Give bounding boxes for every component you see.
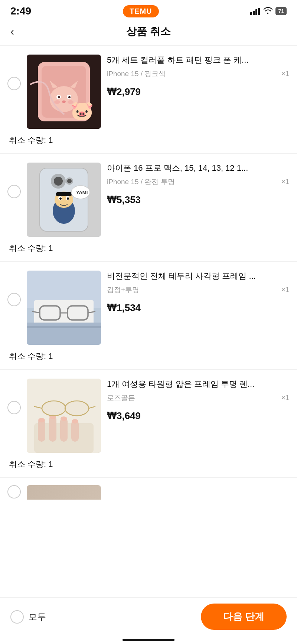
product-2-checkbox[interactable]	[7, 185, 21, 198]
product-5-radio-wrap	[7, 485, 21, 498]
home-indicator	[123, 639, 174, 641]
svg-point-48	[42, 401, 66, 416]
bottom-bar: 모두 다음 단계	[0, 597, 297, 644]
svg-point-23	[59, 197, 62, 200]
battery-icon: 71	[275, 7, 287, 15]
back-button[interactable]: ‹	[10, 24, 18, 39]
product-3-image	[27, 271, 101, 345]
status-time: 2:49	[10, 5, 31, 17]
signal-icon	[250, 7, 260, 15]
select-all-wrap: 모두	[10, 610, 46, 624]
svg-point-44	[38, 418, 45, 422]
product-1-price: ₩2,979	[107, 86, 290, 98]
product-3-cancel-qty: 취소 수량: 1	[7, 351, 290, 362]
svg-point-18	[67, 179, 72, 183]
product-1-cancel-qty: 취소 수량: 1	[7, 135, 290, 146]
product-item-3: 비전문적인 전체 테두리 사각형 프레임 ... 검정+투명 ×1 ₩1,534…	[0, 261, 297, 369]
svg-point-49	[65, 401, 89, 416]
svg-point-7	[68, 96, 71, 98]
status-icons: 71	[250, 7, 287, 16]
product-item-1: 5개 세트 컬러풀 하트 패턴 핑크 폰 케... iPhone 15 / 핑크…	[0, 45, 297, 153]
svg-rect-41	[49, 416, 56, 442]
product-list: 5개 세트 컬러풀 하트 패턴 핑크 폰 케... iPhone 15 / 핑크…	[0, 45, 297, 544]
product-4-image	[27, 379, 101, 453]
product-5-image-partial	[27, 485, 101, 500]
svg-point-24	[67, 197, 69, 200]
product-4-info: 1개 여성용 타원형 얇은 프레임 투명 렌... 로즈골든 ×1 ₩3,649	[107, 379, 290, 422]
product-4-variant: 로즈골든	[107, 393, 135, 403]
svg-rect-36	[27, 323, 101, 345]
svg-point-6	[58, 96, 60, 98]
next-step-button[interactable]: 다음 단계	[201, 604, 287, 630]
svg-point-3	[50, 86, 78, 112]
svg-rect-42	[60, 418, 68, 442]
product-1-image	[27, 55, 101, 129]
product-2-cancel-qty: 취소 수량: 1	[7, 243, 290, 254]
product-2-variant: iPhone 15 / 완전 투명	[107, 177, 175, 187]
page-title: 상품 취소	[126, 24, 171, 39]
product-1-name: 5개 세트 컬러풀 하트 패턴 핑크 폰 케...	[107, 55, 290, 66]
product-3-checkbox[interactable]	[7, 293, 21, 306]
svg-point-12	[68, 100, 74, 104]
header: ‹ 상품 취소	[0, 21, 297, 45]
product-1-info: 5개 세트 컬러풀 하트 패턴 핑크 폰 케... iPhone 15 / 핑크…	[107, 55, 290, 98]
product-4-price: ₩3,649	[107, 410, 290, 422]
product-4-name: 1개 여성용 타원형 얇은 프레임 투명 렌...	[107, 379, 290, 390]
product-2-price: ₩5,353	[107, 194, 290, 206]
svg-rect-37	[27, 326, 101, 328]
product-3-qty: ×1	[281, 285, 290, 294]
product-1-qty: ×1	[281, 69, 290, 78]
product-2-name: 아이폰 16 프로 맥스, 15, 14, 13, 12 1...	[107, 163, 290, 174]
product-2-qty: ×1	[281, 177, 290, 186]
svg-rect-40	[38, 419, 45, 442]
wifi-icon	[263, 7, 272, 16]
product-item-2: YAMI 아이폰 16 프로 맥스, 15, 14, 13, 12 1... i…	[0, 153, 297, 261]
product-4-radio-wrap	[7, 379, 21, 414]
product-3-variant: 검정+투명	[107, 285, 139, 295]
status-bar: 2:49 TEMU 71	[0, 0, 297, 21]
product-item-partial	[0, 477, 297, 500]
product-3-name: 비전문적인 전체 테두리 사각형 프레임 ...	[107, 271, 290, 282]
svg-point-8	[62, 101, 66, 103]
product-2-radio-wrap	[7, 163, 21, 198]
battery-level: 71	[278, 8, 284, 14]
product-3-price: ₩1,534	[107, 302, 290, 314]
temu-logo: TEMU	[123, 5, 159, 17]
product-4-qty: ×1	[281, 393, 290, 402]
svg-point-47	[72, 419, 78, 424]
product-2-info: 아이폰 16 프로 맥스, 15, 14, 13, 12 1... iPhone…	[107, 163, 290, 206]
product-item-4: 1개 여성용 타원형 얇은 프레임 투명 렌... 로즈골든 ×1 ₩3,649…	[0, 369, 297, 477]
product-2-image: YAMI	[27, 163, 101, 237]
svg-text:YAMI: YAMI	[76, 190, 88, 195]
svg-rect-25	[56, 192, 72, 196]
select-all-label: 모두	[28, 611, 46, 623]
product-3-info: 비전문적인 전체 테두리 사각형 프레임 ... 검정+투명 ×1 ₩1,534	[107, 271, 290, 314]
svg-point-11	[54, 100, 60, 104]
product-1-radio-wrap	[7, 55, 21, 90]
product-1-checkbox[interactable]	[7, 77, 21, 90]
select-all-checkbox[interactable]	[10, 610, 24, 624]
product-1-variant: iPhone 15 / 핑크색	[107, 69, 166, 79]
product-4-cancel-qty: 취소 수량: 1	[7, 459, 290, 470]
product-4-checkbox[interactable]	[7, 401, 21, 414]
product-3-radio-wrap	[7, 271, 21, 306]
svg-point-46	[61, 416, 67, 421]
product-5-checkbox[interactable]	[7, 485, 21, 498]
svg-point-16	[54, 177, 63, 186]
